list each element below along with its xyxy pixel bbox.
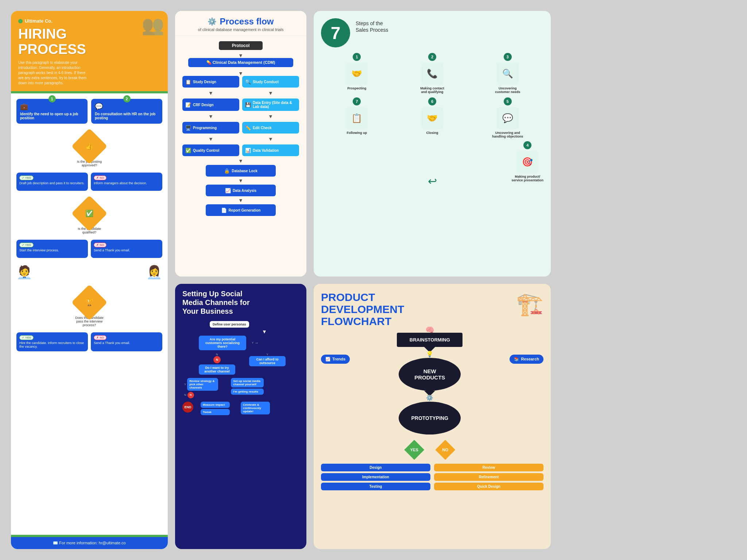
define-personas-box: Define user personas [210,321,249,328]
protocol-box: Protocol [219,41,263,50]
step-1-icon: 💼 [20,103,84,111]
measure-col: Measure impact Tweak [201,402,230,415]
step-num-5: 5 [504,97,512,105]
arrow-5: ▼ [238,198,243,203]
yes-badge-4: ✓ YES [19,243,34,247]
step-num-7: 7 [353,97,361,105]
process-two-col: 📋 Study Design 🔍 Study Conduct ▼ ▼ 📝 CRF… [182,76,299,156]
cdm-label: Clinical Data Management (CDM) [213,60,275,65]
rg-label: Report Generation [229,208,261,212]
figure-decoration: 👥 [142,15,164,36]
diamond-4-icon: ✅ [85,209,93,217]
social-card: Setting Up SocialMedia Channels forYour … [175,284,306,549]
arrow-r1: ▼ [242,90,299,96]
bottom-steps: 🔒 Database Lock ▼ 📈 Data Analysis ▼ 📄 Re… [182,165,299,216]
trends-icon: 📈 [325,357,330,362]
flowchart: Define user personas ▼ Are my potential … [181,319,301,415]
process-item-r2: ✏️ Edit Check [242,122,299,134]
diamond-4-wrapper: 4 ✅ Is the candidatequalified? [77,196,102,234]
product-figure: 🏗️ [516,291,543,317]
arrow-r2: ▼ [242,114,299,119]
arrow-r3: ▼ [242,136,299,142]
design-item: Design [321,464,430,471]
sales-number: 7 [321,18,350,47]
sales-step-6: 6 🤝 Closing [396,97,468,138]
item-icon-3: ✅ [185,148,191,153]
sales-step-3: 3 🔍 Uncoveringcustomer needs [472,53,543,94]
item-label-r2: Edit Check [253,126,272,130]
right-column: 📚 Research [510,355,543,460]
y-left: Y Review strategy & pick other channels [184,378,218,391]
step-2-num: 2 [123,95,131,103]
step-num-2: 2 [428,53,436,61]
arr-1: ▼ [228,329,301,334]
step-num-1: 1 [353,53,361,61]
step-num-4: 4 [523,141,531,149]
flow-row-3: N N Do I want to try another channel Y C… [199,353,301,375]
diamond-3-wrapper: 3 👍 Is the job postingapproved? [77,129,102,167]
celebrate-col: Celebrate & continuously update! [241,402,270,414]
step-icon-5: 💬 [497,107,519,129]
q1-box: Are my potential customers socializing t… [199,336,246,350]
arrow-1: ▼ [182,53,299,58]
sales-card: 7 Steps of theSales Process 1 🤝 Prospect… [314,11,551,277]
hiring-body: 1 💼 Identify the need to open up a job p… [11,93,168,535]
figure-row: 🧑‍💼 👩‍💼 [16,262,162,280]
diamond-5-icon: 🏆 [85,298,93,306]
branch-5: ✓ YES Hire the candidate. Inform recruit… [16,332,162,351]
process-item-0: 📋 Study Design [182,76,239,88]
yes-branch: YES [404,440,424,460]
process-title-icon: ⚙️ [208,17,217,26]
new-products-label: NEW PRODUCTS [408,368,452,381]
y-l: Y [184,383,186,386]
branch-4-yes-text: Start the interview process. [19,248,85,252]
diamond-5-row: 5 🏆 Does the candidatepass the interview… [16,285,162,327]
tweak-box: Tweak [201,409,230,415]
step-2-icon: 💬 [95,103,159,111]
n-label-1: N [216,353,218,356]
try-channel-box: Do I want to try another channel [199,364,235,375]
branch-3-no-text: Inform managers about the decision. [94,181,159,185]
define-personas: Define user personas [210,321,249,328]
yes-badge-5: ✓ YES [19,335,34,340]
brainstorming-label: BRAINSTORMING [410,337,450,343]
arrow-l2: ▼ [182,114,239,119]
n-circle-2: N [187,392,194,398]
hiring-header: Ultimate Co. HIRINGPROCESS Use this para… [11,11,168,91]
da-label: Data Analysis [233,189,256,193]
company-name: Ultimate Co. [25,18,53,24]
center-column: 🧠 BRAINSTORMING 💡 NEW PRODUCTS ⚙ [353,333,506,460]
process-cdm: 💊 Clinical Data Management (CDM) [188,58,293,67]
product-card: PRODUCTDEVELOPMENTFLOWCHART 🏗️ 📈 Trends [314,284,551,549]
flow-row-2: Are my potential customers socializing t… [181,336,301,350]
step-icon-1: 🤝 [346,63,368,85]
end-circle: END [182,402,193,413]
sales-title-row: 7 Steps of theSales Process [321,18,543,47]
item-label-r3: Data Validation [253,148,279,152]
yes-badge-3: ✓ YES [19,175,34,180]
step-1-label: Identify the need to open up a job posit… [20,112,78,120]
flow-row-5: END Measure impact Tweak Celebrate & con… [182,402,301,415]
right-branch: Set up social media channel yourself I'm… [231,378,264,398]
no-badge-4: ✗ NO [94,243,107,247]
arrow-right: → [255,341,258,345]
sales-title-block: Steps of theSales Process [356,18,388,33]
sales-step-7: 7 📋 Following up [321,97,393,138]
arrow-l1: ▼ [182,90,239,96]
quickdesign-item: Quick Design [434,483,543,490]
item-icon-2: 🖥️ [185,125,191,131]
branch-5-no-text: Send a Thank you email. [94,341,159,345]
step-icon-4: 🎯 [516,151,538,173]
proto-icon: ⚙️ [426,394,433,401]
product-title: PRODUCTDEVELOPMENTFLOWCHART [321,291,404,327]
process-header: ⚙️ Process flow of clinical database man… [175,11,306,36]
arrow-2: ▼ [182,71,299,76]
rg-icon: 📄 [221,208,227,213]
prototyping-label: PROTOTYPING [411,415,448,421]
db-lock-icon: 🔒 [224,168,230,174]
y-branch: Y Can I afford to outsource [249,353,286,375]
yes-diamond: YES [404,440,424,460]
prototyping-box: ⚙️ PROTOTYPING [399,402,461,435]
da-icon: 📈 [225,188,231,193]
try-channel: Do I want to try another channel [199,364,235,375]
